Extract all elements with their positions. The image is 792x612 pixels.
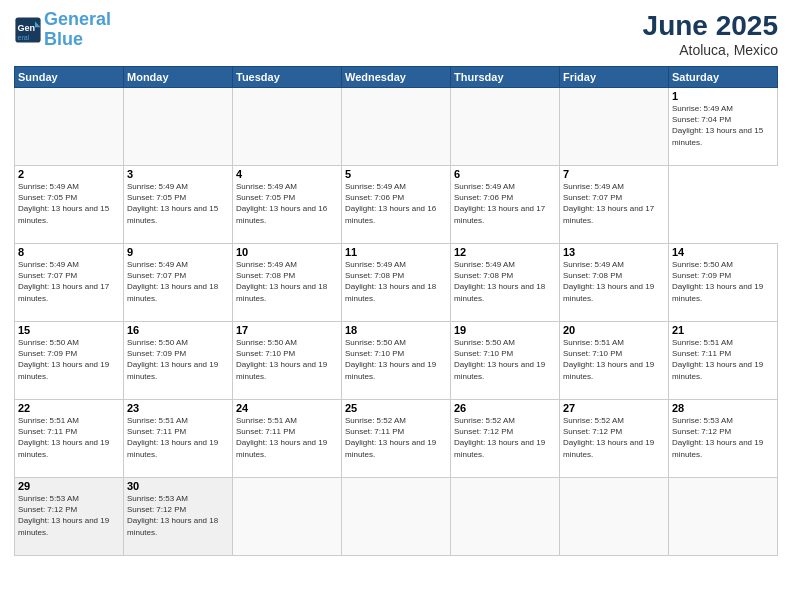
table-row: 10Sunrise: 5:49 AMSunset: 7:08 PMDayligh…	[233, 244, 342, 322]
table-row: 23Sunrise: 5:51 AMSunset: 7:11 PMDayligh…	[124, 400, 233, 478]
table-row: 1Sunrise: 5:49 AMSunset: 7:04 PMDaylight…	[669, 88, 778, 166]
svg-text:eral: eral	[18, 34, 30, 41]
table-row: 21Sunrise: 5:51 AMSunset: 7:11 PMDayligh…	[669, 322, 778, 400]
table-row: 5Sunrise: 5:49 AMSunset: 7:06 PMDaylight…	[342, 166, 451, 244]
empty-cell	[15, 88, 124, 166]
table-row: 30Sunrise: 5:53 AMSunset: 7:12 PMDayligh…	[124, 478, 233, 556]
empty-cell	[560, 88, 669, 166]
table-row: 14Sunrise: 5:50 AMSunset: 7:09 PMDayligh…	[669, 244, 778, 322]
table-row: 28Sunrise: 5:53 AMSunset: 7:12 PMDayligh…	[669, 400, 778, 478]
calendar: Sunday Monday Tuesday Wednesday Thursday…	[14, 66, 778, 556]
table-row: 18Sunrise: 5:50 AMSunset: 7:10 PMDayligh…	[342, 322, 451, 400]
col-monday: Monday	[124, 67, 233, 88]
table-row	[233, 478, 342, 556]
calendar-header-row: Sunday Monday Tuesday Wednesday Thursday…	[15, 67, 778, 88]
logo: Gen eral GeneralBlue	[14, 10, 111, 50]
table-row: 3Sunrise: 5:49 AMSunset: 7:05 PMDaylight…	[124, 166, 233, 244]
table-row: 29Sunrise: 5:53 AMSunset: 7:12 PMDayligh…	[15, 478, 124, 556]
table-row: 27Sunrise: 5:52 AMSunset: 7:12 PMDayligh…	[560, 400, 669, 478]
table-row: 26Sunrise: 5:52 AMSunset: 7:12 PMDayligh…	[451, 400, 560, 478]
table-row: 6Sunrise: 5:49 AMSunset: 7:06 PMDaylight…	[451, 166, 560, 244]
table-row	[669, 478, 778, 556]
logo-icon: Gen eral	[14, 16, 42, 44]
table-row: 22Sunrise: 5:51 AMSunset: 7:11 PMDayligh…	[15, 400, 124, 478]
col-friday: Friday	[560, 67, 669, 88]
table-row: 2Sunrise: 5:49 AMSunset: 7:05 PMDaylight…	[15, 166, 124, 244]
table-row: 12Sunrise: 5:49 AMSunset: 7:08 PMDayligh…	[451, 244, 560, 322]
table-row: 13Sunrise: 5:49 AMSunset: 7:08 PMDayligh…	[560, 244, 669, 322]
month-title: June 2025	[643, 10, 778, 42]
table-row	[560, 478, 669, 556]
col-wednesday: Wednesday	[342, 67, 451, 88]
header: Gen eral GeneralBlue June 2025 Atoluca, …	[14, 10, 778, 58]
empty-cell	[342, 88, 451, 166]
table-row: 20Sunrise: 5:51 AMSunset: 7:10 PMDayligh…	[560, 322, 669, 400]
table-row: 24Sunrise: 5:51 AMSunset: 7:11 PMDayligh…	[233, 400, 342, 478]
table-row	[342, 478, 451, 556]
col-tuesday: Tuesday	[233, 67, 342, 88]
table-row: 8Sunrise: 5:49 AMSunset: 7:07 PMDaylight…	[15, 244, 124, 322]
table-row: 17Sunrise: 5:50 AMSunset: 7:10 PMDayligh…	[233, 322, 342, 400]
empty-cell	[124, 88, 233, 166]
svg-text:Gen: Gen	[18, 23, 36, 33]
table-row: 9Sunrise: 5:49 AMSunset: 7:07 PMDaylight…	[124, 244, 233, 322]
col-sunday: Sunday	[15, 67, 124, 88]
table-row: 19Sunrise: 5:50 AMSunset: 7:10 PMDayligh…	[451, 322, 560, 400]
table-row: 15Sunrise: 5:50 AMSunset: 7:09 PMDayligh…	[15, 322, 124, 400]
table-row: 16Sunrise: 5:50 AMSunset: 7:09 PMDayligh…	[124, 322, 233, 400]
table-row: 7Sunrise: 5:49 AMSunset: 7:07 PMDaylight…	[560, 166, 669, 244]
table-row: 25Sunrise: 5:52 AMSunset: 7:11 PMDayligh…	[342, 400, 451, 478]
table-row	[451, 478, 560, 556]
col-thursday: Thursday	[451, 67, 560, 88]
location: Atoluca, Mexico	[643, 42, 778, 58]
table-row: 4Sunrise: 5:49 AMSunset: 7:05 PMDaylight…	[233, 166, 342, 244]
title-block: June 2025 Atoluca, Mexico	[643, 10, 778, 58]
col-saturday: Saturday	[669, 67, 778, 88]
empty-cell	[233, 88, 342, 166]
empty-cell	[451, 88, 560, 166]
logo-text: GeneralBlue	[44, 10, 111, 50]
table-row: 11Sunrise: 5:49 AMSunset: 7:08 PMDayligh…	[342, 244, 451, 322]
page: Gen eral GeneralBlue June 2025 Atoluca, …	[0, 0, 792, 612]
